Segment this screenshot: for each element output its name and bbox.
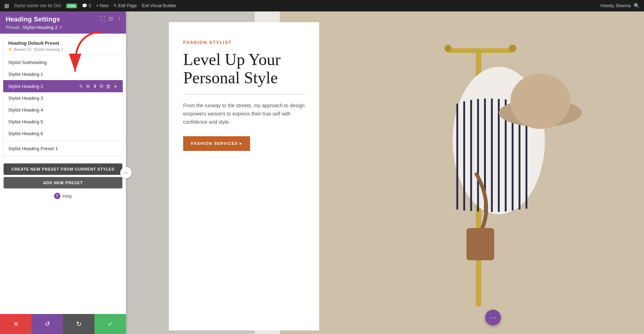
preset-dropdown: Heading Default Preset ★ Based On: Styli… bbox=[3, 36, 123, 156]
svg-point-4 bbox=[444, 45, 452, 52]
panel-footer: CREATE NEW PRESET FROM CURRENT STYLES AD… bbox=[0, 159, 126, 203]
preset-item-label: Stylist Heading 2 bbox=[8, 84, 79, 89]
upload-preset-icon[interactable]: ⬆ bbox=[93, 84, 97, 89]
admin-bar: ⊞ Stylist starter site for Divi Live 💬 0… bbox=[0, 0, 644, 11]
live-badge: Live bbox=[66, 4, 77, 8]
redo-button[interactable]: ↻ bbox=[63, 314, 94, 334]
hero-divider bbox=[183, 94, 305, 94]
preset-list: Stylist Subheading Stylist Heading 1 Sty… bbox=[3, 55, 123, 156]
preset-item-heading3[interactable]: Stylist Heading 3 bbox=[3, 92, 123, 104]
preset-item-label: Stylist Heading 1 bbox=[8, 72, 118, 77]
comment-count: 0 bbox=[89, 3, 91, 8]
help-row: ? Help bbox=[4, 188, 122, 201]
preset-item-heading1[interactable]: Stylist Heading 1 bbox=[3, 68, 123, 80]
comment-icon: 💬 bbox=[82, 3, 87, 8]
preset-item-heading6[interactable]: Stylist Heading 6 bbox=[3, 128, 123, 139]
page-content: FASHION STYLIST Level Up Your Personal S… bbox=[126, 11, 644, 334]
search-icon[interactable]: 🔍 bbox=[634, 3, 640, 9]
preset-name[interactable]: Stylist Heading 2 bbox=[23, 25, 58, 30]
howdy-text: Howdy, Deanna bbox=[601, 3, 631, 8]
svg-rect-3 bbox=[448, 48, 512, 53]
bottom-toolbar: ✕ ↺ ↻ ✓ bbox=[0, 314, 126, 334]
preset-item-heading2[interactable]: Stylist Heading 2 ✎ ⚙ ⬆ ⧉ 🗑 ★ bbox=[3, 80, 123, 92]
panel-split-icon[interactable]: ⊡ bbox=[109, 16, 113, 21]
help-text[interactable]: Help bbox=[63, 193, 72, 199]
heading-settings-panel: Heading Settings Preset: Stylist Heading… bbox=[0, 11, 126, 334]
svg-point-5 bbox=[509, 45, 516, 52]
exit-builder-link[interactable]: Exit Visual Builder bbox=[142, 3, 176, 8]
preset-label: Preset: bbox=[6, 25, 20, 30]
preset-item-heading5[interactable]: Stylist Heading 5 bbox=[3, 116, 123, 128]
preset-item-actions: ✎ ⚙ ⬆ ⧉ 🗑 ★ bbox=[79, 83, 118, 89]
floating-action-button[interactable]: ⋯ bbox=[485, 310, 501, 325]
help-icon[interactable]: ? bbox=[54, 193, 60, 199]
hero-photo bbox=[280, 11, 644, 334]
preset-item-heading-preset1[interactable]: Stylist Heading Preset 1 bbox=[3, 143, 123, 154]
based-on-star-icon: ★ bbox=[8, 47, 12, 52]
panel-fullscreen-icon[interactable]: ⛶ bbox=[100, 16, 105, 21]
add-preset-button[interactable]: ADD NEW PRESET bbox=[4, 177, 122, 188]
hero-title: Level Up Your Personal Style bbox=[183, 51, 305, 87]
chevron-down-icon[interactable]: ▾ bbox=[60, 25, 62, 29]
save-button[interactable]: ✓ bbox=[94, 314, 126, 334]
svg-point-19 bbox=[510, 74, 570, 129]
delete-preset-icon[interactable]: 🗑 bbox=[106, 84, 111, 89]
hero-section: FASHION STYLIST Level Up Your Personal S… bbox=[126, 11, 644, 334]
duplicate-preset-icon[interactable]: ⧉ bbox=[100, 83, 103, 89]
preset-item-label: Stylist Heading 6 bbox=[8, 131, 118, 136]
site-name: Stylist starter site for Divi bbox=[14, 3, 61, 8]
comments-link[interactable]: 💬 0 bbox=[82, 3, 91, 8]
fashion-services-button[interactable]: FASHION SERVICES ▸ bbox=[183, 136, 250, 151]
content-card: FASHION STYLIST Level Up Your Personal S… bbox=[169, 22, 319, 330]
wp-logo-icon[interactable]: ⊞ bbox=[4, 3, 9, 9]
preset-item-heading4[interactable]: Stylist Heading 4 bbox=[3, 104, 123, 116]
default-preset-title: Heading Default Preset bbox=[8, 40, 118, 46]
based-on-text: Based On: Stylist Heading 2 bbox=[14, 47, 63, 51]
undo-button[interactable]: ↺ bbox=[31, 314, 63, 334]
preset-item-label: Stylist Subheading bbox=[8, 60, 118, 65]
new-link[interactable]: + New bbox=[96, 3, 108, 8]
create-preset-button[interactable]: CREATE NEW PRESET FROM CURRENT STYLES bbox=[4, 163, 122, 175]
fashion-label: FASHION STYLIST bbox=[183, 40, 305, 45]
preset-item-label: Stylist Heading 3 bbox=[8, 95, 118, 101]
settings-preset-icon[interactable]: ⚙ bbox=[86, 84, 90, 89]
close-button[interactable]: ✕ bbox=[0, 314, 31, 334]
hero-body-text: From the runway to the streets, my appro… bbox=[183, 102, 305, 126]
preset-item-label: Stylist Heading Preset 1 bbox=[8, 146, 118, 151]
list-divider bbox=[3, 141, 123, 141]
favorite-preset-icon[interactable]: ★ bbox=[113, 84, 118, 89]
preset-item-subheading[interactable]: Stylist Subheading bbox=[3, 57, 123, 68]
edit-page-link[interactable]: ✎ Edit Page bbox=[113, 3, 137, 8]
preset-item-label: Stylist Heading 4 bbox=[8, 107, 118, 113]
hero-photo-inner bbox=[280, 11, 644, 334]
resize-handle[interactable]: ↔ bbox=[120, 167, 132, 178]
svg-rect-20 bbox=[467, 228, 494, 260]
preset-item-label: Stylist Heading 5 bbox=[8, 119, 118, 124]
panel-more-icon[interactable]: ⋮ bbox=[117, 16, 122, 21]
panel-header: Heading Settings Preset: Stylist Heading… bbox=[0, 11, 126, 34]
default-preset-section: Heading Default Preset ★ Based On: Styli… bbox=[3, 37, 123, 55]
edit-preset-icon[interactable]: ✎ bbox=[79, 84, 83, 89]
